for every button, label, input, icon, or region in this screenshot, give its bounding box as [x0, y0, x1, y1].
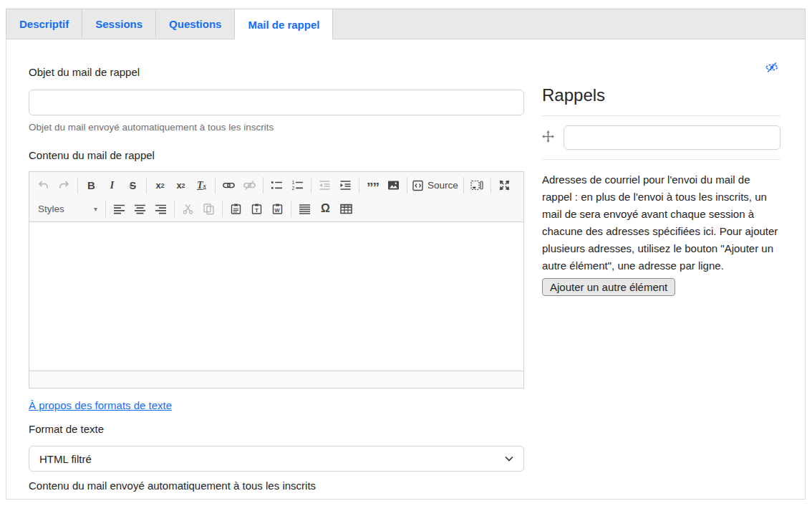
toolbar-separator — [291, 201, 291, 217]
sidebar-title: Rappels — [542, 85, 780, 105]
content-panel: Objet du mail de rappel Objet du mail en… — [6, 39, 806, 500]
sidebar-description: Adresses de courriel pour l'envoi du mai… — [542, 171, 780, 275]
text-format-help-link[interactable]: À propos des formats de texte — [29, 399, 172, 411]
paste-icon[interactable] — [226, 199, 246, 218]
chevron-down-icon: ▾ — [94, 205, 97, 213]
main-column: Objet du mail de rappel Objet du mail en… — [29, 39, 524, 492]
cut-icon[interactable] — [178, 199, 198, 218]
body-description: Contenu du mail envoyé automatiquement à… — [29, 479, 524, 492]
undo-icon[interactable] — [33, 176, 54, 195]
toolbar-separator — [174, 201, 175, 217]
table-icon[interactable] — [336, 199, 357, 218]
toolbar-separator — [463, 177, 464, 194]
image-icon[interactable] — [383, 176, 404, 195]
show-blocks-icon[interactable] — [467, 176, 488, 195]
outdent-icon[interactable] — [314, 176, 335, 195]
align-center-icon[interactable] — [130, 199, 150, 218]
toolbar-separator — [146, 177, 147, 194]
bulleted-list-icon[interactable] — [266, 176, 287, 195]
hide-row-weights-icon[interactable] — [765, 61, 779, 76]
align-left-icon[interactable] — [109, 199, 130, 218]
svg-text:2: 2 — [292, 186, 295, 191]
paste-word-icon[interactable]: W — [267, 199, 288, 218]
tab-mail-de-rappel[interactable]: Mail de rappel — [234, 9, 333, 39]
source-label: Source — [427, 180, 458, 191]
styles-dropdown[interactable]: Styles ▾ — [33, 199, 102, 218]
body-label: Contenu du mail de rappel — [29, 149, 524, 161]
blockquote-icon[interactable]: ”” — [362, 176, 383, 195]
toolbar-separator — [263, 177, 264, 194]
svg-text:T: T — [255, 207, 258, 214]
numbered-list-icon[interactable]: 12 — [287, 176, 308, 195]
justify-icon[interactable] — [294, 199, 315, 218]
paste-text-icon[interactable]: T — [246, 199, 267, 218]
add-another-item-button[interactable]: Ajouter un autre élément — [542, 278, 675, 296]
rich-text-editor: B I S x2 x2 Tx — [29, 171, 524, 388]
toolbar-separator — [77, 177, 78, 194]
toolbar-separator — [311, 177, 311, 194]
chevron-down-icon — [505, 456, 513, 462]
source-icon — [412, 180, 424, 191]
superscript-icon[interactable]: x2 — [170, 176, 191, 195]
text-format-label: Format de texte — [29, 423, 524, 435]
toolbar-row-1: B I S x2 x2 Tx — [33, 173, 520, 197]
toolbar-separator — [407, 177, 407, 194]
drag-handle-icon[interactable] — [542, 130, 554, 145]
tab-strip: DescriptifSessionsQuestionsMail de rappe… — [6, 9, 806, 39]
toolbar-separator — [359, 177, 359, 194]
copy-icon[interactable] — [198, 199, 219, 218]
unlink-icon[interactable] — [239, 176, 260, 195]
source-button[interactable]: Source — [410, 176, 460, 195]
page: DescriptifSessionsQuestionsMail de rappe… — [6, 9, 806, 500]
toolbar-separator — [222, 201, 223, 217]
editor-bottom-bar — [29, 371, 523, 388]
toolbar-separator — [105, 201, 106, 217]
toolbar-separator — [215, 177, 216, 194]
toolbar-row-2: Styles ▾ — [33, 197, 520, 220]
bold-icon[interactable]: B — [81, 176, 102, 195]
subject-label: Objet du mail de rappel — [29, 66, 524, 78]
tab-descriptif[interactable]: Descriptif — [6, 9, 82, 38]
tab-questions[interactable]: Questions — [156, 9, 235, 38]
reminder-address-input[interactable] — [564, 125, 780, 150]
text-format-select[interactable]: HTML filtré — [29, 446, 524, 472]
toolbar-separator — [490, 177, 491, 194]
editor-content-area[interactable] — [29, 222, 523, 371]
maximize-icon[interactable] — [494, 176, 515, 195]
sidebar-rappels: Rappels Adresses de courriel pour l'envo… — [542, 39, 780, 296]
tab-sessions[interactable]: Sessions — [82, 9, 156, 38]
link-icon[interactable] — [218, 176, 239, 195]
align-right-icon[interactable] — [150, 199, 171, 218]
redo-icon[interactable] — [54, 176, 74, 195]
svg-text:W: W — [275, 207, 281, 214]
special-char-icon[interactable]: Ω — [315, 199, 336, 218]
strikethrough-icon[interactable]: S — [122, 176, 143, 195]
address-row — [542, 116, 780, 160]
text-format-selected-value: HTML filtré — [39, 453, 92, 465]
subject-input[interactable] — [29, 90, 524, 115]
styles-label: Styles — [38, 204, 64, 214]
subject-description: Objet du mail envoyé automatiquement à t… — [29, 122, 524, 133]
subscript-icon[interactable]: x2 — [150, 176, 170, 195]
indent-icon[interactable] — [335, 176, 356, 195]
editor-toolbar: B I S x2 x2 Tx — [29, 172, 523, 222]
svg-text:1: 1 — [292, 180, 295, 185]
remove-format-icon[interactable]: Tx — [191, 176, 212, 195]
italic-icon[interactable]: I — [102, 176, 122, 195]
